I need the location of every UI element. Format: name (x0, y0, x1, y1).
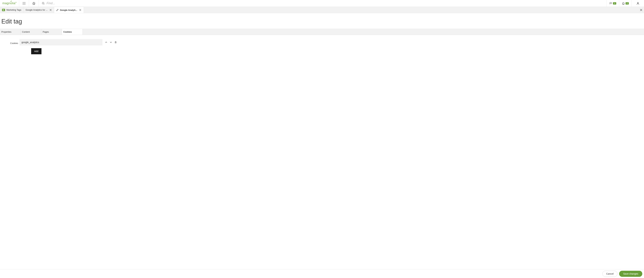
svg-point-2 (25, 2, 25, 2)
logo: magnolia® (0, 0, 19, 6)
svg-point-4 (24, 3, 24, 3)
breadcrumb-marketing-tags[interactable]: Marketing Tags (0, 7, 24, 13)
svg-point-6 (23, 4, 23, 4)
tasks-badge: 0 (613, 2, 616, 4)
chevron-down-icon (110, 41, 112, 43)
svg-line-11 (44, 4, 44, 4)
breadcrumb-label: Google Analyti... (60, 9, 77, 11)
cookie-field-row: Cookies (22, 39, 644, 45)
tab-content[interactable]: Content (21, 29, 41, 35)
footer: Cancel Save changes (0, 269, 644, 278)
subtabs: Properties Content Pages Cookies (0, 29, 644, 35)
tasks-icon (609, 2, 612, 5)
svg-point-7 (24, 4, 24, 4)
close-all-icon[interactable] (640, 9, 642, 11)
breadcrumb-bar: Marketing Tags Google Analytics for ... … (0, 7, 644, 13)
notifications-button[interactable]: 0 (619, 0, 632, 6)
move-up-button[interactable] (105, 41, 108, 44)
header-right: 0 0 (606, 0, 644, 6)
svg-point-5 (25, 3, 25, 3)
tab-properties[interactable]: Properties (0, 29, 21, 35)
tab-cookies[interactable]: Cookies (62, 29, 82, 35)
pencil-icon (56, 9, 58, 11)
svg-point-0 (23, 2, 23, 2)
star-icon (32, 2, 36, 5)
tab-pages[interactable]: Pages (41, 29, 62, 35)
cancel-button[interactable]: Cancel (602, 271, 618, 277)
close-icon[interactable] (49, 9, 52, 11)
breadcrumb-label: Marketing Tags (6, 9, 21, 11)
tag-icon (2, 9, 5, 11)
cookie-name-input[interactable] (20, 39, 102, 45)
breadcrumb-label: Google Analytics for ... (26, 9, 48, 11)
page-title: Edit tag (0, 13, 644, 29)
delete-button[interactable] (114, 41, 117, 44)
svg-point-14 (638, 2, 638, 3)
main-content: Edit tag Properties Content Pages Cookie… (0, 13, 644, 269)
svg-marker-9 (32, 2, 35, 4)
profile-button[interactable] (632, 0, 644, 6)
search-area (38, 0, 606, 6)
top-header: magnolia® 0 0 (0, 0, 644, 7)
search-icon (42, 2, 45, 5)
favorites-button[interactable] (29, 0, 38, 6)
svg-point-10 (42, 2, 44, 4)
apps-grid-icon (23, 2, 26, 5)
cookies-label: Cookies (10, 40, 20, 44)
save-button[interactable]: Save changes (619, 271, 642, 277)
breadcrumb-google-analytics-for[interactable]: Google Analytics for ... (24, 7, 54, 13)
add-button[interactable]: Add (31, 48, 42, 54)
search-input[interactable] (46, 1, 606, 5)
svg-point-8 (25, 4, 25, 4)
form-area: Cookies Add (0, 35, 644, 58)
move-down-button[interactable] (110, 41, 112, 44)
breadcrumb-google-analytics-edit[interactable]: Google Analyti... (54, 7, 84, 13)
logo-text: magnolia® (2, 1, 16, 5)
field-controls (105, 41, 117, 44)
chevron-up-icon (105, 41, 107, 43)
svg-point-1 (24, 2, 24, 2)
trash-icon (114, 41, 117, 43)
svg-point-3 (23, 3, 23, 3)
close-icon[interactable] (79, 9, 82, 11)
user-icon (636, 2, 640, 5)
app-launcher-button[interactable] (19, 0, 29, 6)
bell-icon (622, 2, 625, 5)
notifications-badge: 0 (626, 2, 628, 4)
tasks-button[interactable]: 0 (606, 0, 619, 6)
